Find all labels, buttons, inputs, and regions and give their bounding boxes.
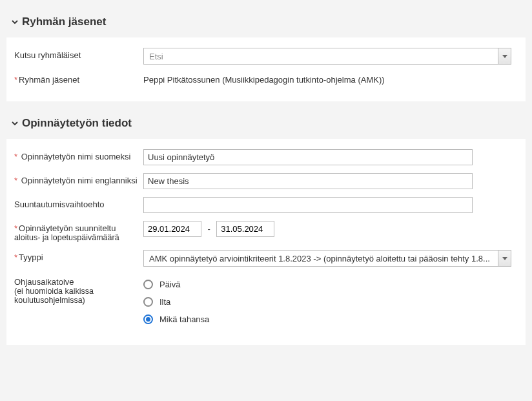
panel-thesis-info: Opinnäytetyön tiedot * Opinnäytetyön nim… [6, 109, 526, 345]
required-marker: * [14, 176, 17, 185]
row-orientation: Suuntautumisvaihtoehto [6, 193, 526, 217]
type-dropdown-button[interactable] [498, 251, 511, 266]
invite-placeholder: Etsi [144, 49, 498, 64]
type-label: *Tyyppi [14, 250, 143, 262]
required-marker: * [14, 252, 17, 262]
name-fi-label: * Opinnäytetyön nimi suomeksi [14, 149, 143, 161]
invite-dropdown-button[interactable] [498, 48, 511, 64]
radio-label: Mikä tahansa [159, 314, 209, 324]
row-members: *Ryhmän jäsenet Peppi Pitkätossunen (Mus… [6, 68, 526, 88]
members-value: Peppi Pitkätossunen (Musiikkipedagogin t… [143, 72, 511, 85]
panel-title: Ryhmän jäsenet [22, 15, 106, 28]
name-en-input[interactable] [143, 173, 473, 189]
row-invite: Kutsu ryhmäläiset Etsi [6, 44, 526, 68]
row-dates: *Opinnäytetyön suunniteltu aloitus- ja l… [6, 217, 526, 246]
type-selected-value: AMK opinnäytetyö arviointikriteerit 1.8.… [144, 251, 498, 266]
required-marker: * [14, 152, 17, 161]
panel-header-thesis-info[interactable]: Opinnäytetyön tiedot [6, 109, 526, 139]
required-marker: * [14, 75, 17, 85]
date-end-input[interactable] [216, 221, 274, 237]
radio-icon-selected [143, 314, 153, 324]
chevron-down-icon [10, 119, 19, 128]
row-name-en: * Opinnäytetyön nimi englanniksi [6, 169, 526, 193]
radio-icon [143, 280, 153, 289]
panel-header-group-members[interactable]: Ryhmän jäsenet [6, 8, 526, 37]
radio-label: Ilta [159, 297, 170, 307]
invite-label: Kutsu ryhmäläiset [14, 48, 143, 60]
caret-down-icon [502, 257, 507, 260]
members-label: *Ryhmän jäsenet [14, 72, 143, 85]
type-select[interactable]: AMK opinnäytetyö arviointikriteerit 1.8.… [143, 250, 511, 267]
invite-combobox[interactable]: Etsi [143, 48, 511, 65]
panel-group-members: Ryhmän jäsenet Kutsu ryhmäläiset Etsi *R… [6, 8, 526, 101]
guidance-label: Ohjausaikatoive (ei huomioida kaikissa k… [14, 274, 143, 305]
name-en-label: * Opinnäytetyön nimi englanniksi [14, 173, 143, 185]
date-start-input[interactable] [143, 221, 201, 237]
radio-day[interactable]: Päivä [143, 276, 511, 293]
row-type: *Tyyppi AMK opinnäytetyö arviointikritee… [6, 246, 526, 271]
radio-any[interactable]: Mikä tahansa [143, 311, 511, 328]
required-marker: * [14, 223, 17, 233]
dates-label: *Opinnäytetyön suunniteltu aloitus- ja l… [14, 221, 143, 242]
guidance-radio-group: Päivä Ilta Mikä tahansa [143, 274, 511, 328]
orientation-input[interactable] [143, 197, 473, 213]
row-name-fi: * Opinnäytetyön nimi suomeksi [6, 145, 526, 169]
chevron-down-icon [10, 17, 19, 26]
row-guidance-time: Ohjausaikatoive (ei huomioida kaikissa k… [6, 271, 526, 332]
panel-title: Opinnäytetyön tiedot [22, 117, 132, 130]
radio-evening[interactable]: Ilta [143, 293, 511, 311]
date-separator: - [204, 224, 214, 234]
radio-label: Päivä [159, 280, 181, 289]
caret-down-icon [502, 55, 507, 58]
radio-icon [143, 297, 153, 307]
orientation-label: Suuntautumisvaihtoehto [14, 197, 143, 209]
name-fi-input[interactable] [143, 149, 473, 165]
